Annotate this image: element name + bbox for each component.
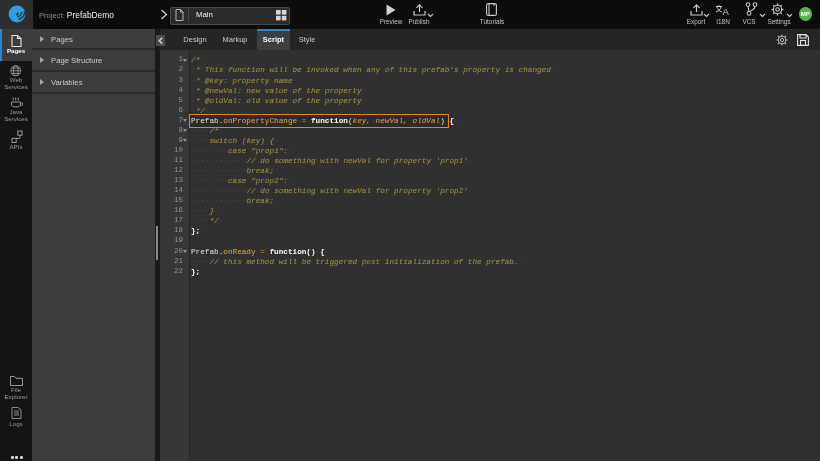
svg-text:A: A bbox=[723, 6, 730, 17]
